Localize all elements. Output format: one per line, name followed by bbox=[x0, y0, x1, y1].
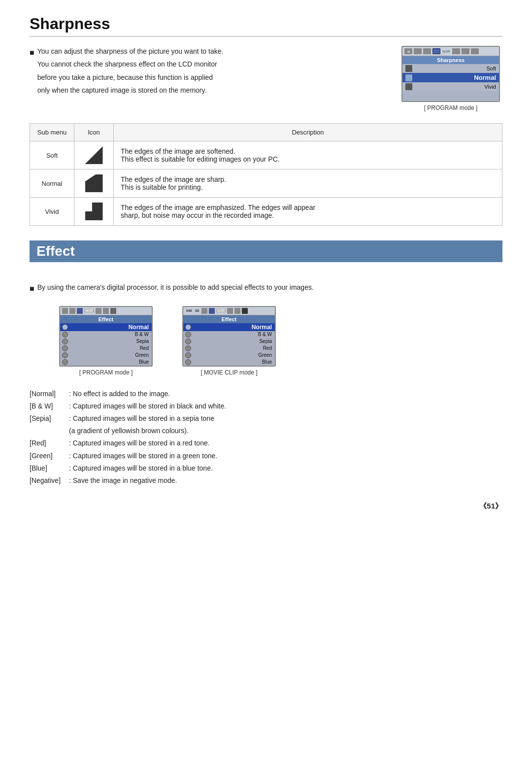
table-row: Vivid The edges of the image are emphasi… bbox=[30, 198, 502, 226]
icon-cell-soft bbox=[74, 141, 114, 170]
cam-tb-icon-grid: ⊞ bbox=[404, 48, 412, 54]
eff-row-label-1-2: Sepia bbox=[70, 339, 150, 344]
eff-row-icon-2-1 bbox=[185, 332, 191, 338]
cam-tb-icon-6 bbox=[462, 48, 469, 54]
eff-menu-title-2: Effect bbox=[183, 315, 275, 323]
nor-badge-1: NOR bbox=[84, 309, 94, 312]
desc-vivid: The edges of the image are emphasized. T… bbox=[114, 198, 502, 226]
cam-menu-title: Sharpness bbox=[402, 56, 499, 64]
eff-tb-2-3 bbox=[227, 308, 233, 314]
desc-vivid-2: sharp, but noise may occur in the record… bbox=[121, 211, 274, 219]
col-description: Description bbox=[114, 124, 502, 141]
eff-row-label-1-5: Blue bbox=[70, 359, 150, 365]
eff-row-2-0: Normal bbox=[183, 323, 275, 331]
eff-tb-2-5 bbox=[242, 308, 248, 314]
eff-desc-line-4: [Red] : Captured images will be stored i… bbox=[30, 437, 502, 449]
effect-intro-text: By using the camera's digital processor,… bbox=[37, 282, 314, 293]
eff-row-icon-2-2 bbox=[185, 339, 191, 344]
eff-tb-1-6 bbox=[110, 308, 116, 314]
eff-row-icon-1-4 bbox=[62, 352, 68, 358]
vivid-icon-shape bbox=[85, 203, 103, 220]
sharpness-title: Sharpness bbox=[30, 15, 502, 37]
eff-row-icon-1-5 bbox=[62, 359, 68, 365]
desc-soft-2: This effect is suitable for editing imag… bbox=[121, 155, 280, 163]
cam-screen-spacer bbox=[402, 91, 499, 101]
table-row: Soft The edges of the image are softened… bbox=[30, 141, 502, 170]
eff-desc-line-0: [Normal] : No effect is added to the ima… bbox=[30, 388, 502, 400]
eff-desc-text-6: : Captured images will be stored in a bl… bbox=[69, 462, 502, 475]
eff-desc-label-1: [B & W] bbox=[30, 400, 69, 412]
eff-desc-label-2: [Sepia] bbox=[30, 412, 69, 425]
eff-row-label-2-5: Blue bbox=[193, 359, 273, 365]
eff-tb-1-3 bbox=[77, 308, 83, 314]
eff-row-label-2-1: B & W bbox=[193, 332, 273, 337]
eff-desc-text-5: : Captured images will be stored in a gr… bbox=[69, 450, 502, 462]
col-submenu: Sub menu bbox=[30, 124, 74, 141]
eff-tb-3d: 3D bbox=[195, 309, 200, 312]
eff-row-label-1-4: Green bbox=[70, 352, 150, 358]
camera-screen: ⊞ NOR Sharpness Soft Normal bbox=[401, 46, 500, 102]
normal-icon-shape bbox=[85, 174, 103, 192]
eff-desc-label-7: [Negative] bbox=[30, 475, 69, 487]
eff-caption-1: [ PROGRAM mode ] bbox=[79, 369, 133, 376]
eff-desc-line-5: [Green] : Captured images will be stored… bbox=[30, 450, 502, 462]
sharpness-table: Sub menu Icon Description Soft The edges… bbox=[30, 123, 502, 226]
effect-intro: ■ By using the camera's digital processo… bbox=[30, 282, 502, 295]
eff-row-label-2-2: Sepia bbox=[193, 339, 273, 344]
eff-desc-label-6: [Blue] bbox=[30, 462, 69, 475]
cam-tb-icon-active bbox=[432, 48, 440, 54]
eff-row-icon-2-4 bbox=[185, 352, 191, 358]
sharpness-intro-lines: You can adjust the sharpness of the pict… bbox=[37, 46, 224, 98]
effect-cam-screen-1: NOR Effect Normal B & W Sepia Red bbox=[59, 306, 153, 367]
eff-row-icon-1-3 bbox=[62, 345, 68, 351]
eff-tb-1-2 bbox=[69, 308, 75, 314]
cam-row-soft-icon bbox=[405, 65, 412, 72]
eff-row-2-4: Green bbox=[183, 352, 275, 359]
normal-icon bbox=[85, 174, 103, 192]
effect-title-wrapper: Effect bbox=[30, 240, 502, 272]
eff-row-label-2-3: Red bbox=[193, 345, 273, 351]
eff-tb-1-1 bbox=[62, 308, 68, 314]
desc-normal-2: This is suitable for printing. bbox=[121, 183, 203, 191]
page-number: 《51》 bbox=[30, 502, 502, 511]
eff-row-icon-2-3 bbox=[185, 345, 191, 351]
eff-row-label-1-0: Normal bbox=[70, 324, 150, 331]
eff-tb-res: 640 bbox=[185, 309, 193, 312]
cam-row-normal-icon bbox=[405, 74, 412, 81]
eff-row-1-0: Normal bbox=[60, 323, 152, 331]
eff-desc-line-7: [Negative] : Save the image in negative … bbox=[30, 475, 502, 487]
eff-row-2-3: Red bbox=[183, 345, 275, 352]
cam-row-normal-label: Normal bbox=[415, 74, 496, 81]
eff-row-icon-2-5 bbox=[185, 359, 191, 365]
eff-desc-label-0: [Normal] bbox=[30, 388, 69, 400]
cam-caption: [ PROGRAM mode ] bbox=[424, 104, 478, 111]
icon-cell-vivid bbox=[74, 198, 114, 226]
eff-desc-line-6: [Blue] : Captured images will be stored … bbox=[30, 462, 502, 475]
effect-cam-screen-2: 640 3D NOR Effect Normal B & W Sepia bbox=[182, 306, 276, 367]
intro-line-3: before you take a picture, because this … bbox=[37, 72, 224, 83]
eff-toolbar-2: 640 3D NOR bbox=[183, 307, 275, 315]
effect-descriptions: [Normal] : No effect is added to the ima… bbox=[30, 388, 502, 487]
eff-desc-line-2: [Sepia] : Captured images will be stored… bbox=[30, 412, 502, 425]
eff-row-2-5: Blue bbox=[183, 359, 275, 366]
effect-screens: NOR Effect Normal B & W Sepia Red bbox=[30, 306, 502, 376]
eff-desc-label-5: [Green] bbox=[30, 450, 69, 462]
eff-row-2-1: B & W bbox=[183, 331, 275, 338]
eff-row-1-3: Red bbox=[60, 345, 152, 352]
eff-row-label-2-0: Normal bbox=[193, 324, 273, 331]
submenu-soft: Soft bbox=[30, 141, 74, 170]
eff-tb-2-1 bbox=[201, 308, 207, 314]
eff-desc-line-1: [B & W] : Captured images will be stored… bbox=[30, 400, 502, 412]
sharpness-camera-ui: ⊞ NOR Sharpness Soft Normal bbox=[399, 46, 502, 111]
eff-tb-2-4 bbox=[234, 308, 240, 314]
desc-vivid-1: The edges of the image are emphasized. T… bbox=[121, 204, 315, 211]
cam-tb-icon-5 bbox=[452, 48, 460, 54]
cam-row-soft: Soft bbox=[402, 64, 499, 73]
eff-tb-2-2 bbox=[209, 308, 215, 314]
submenu-normal: Normal bbox=[30, 170, 74, 198]
eff-tb-1-4 bbox=[96, 308, 101, 314]
vivid-icon bbox=[85, 203, 103, 220]
cam-row-vivid-icon bbox=[405, 83, 412, 90]
eff-menu-title-1: Effect bbox=[60, 315, 152, 323]
soft-icon bbox=[85, 146, 103, 164]
